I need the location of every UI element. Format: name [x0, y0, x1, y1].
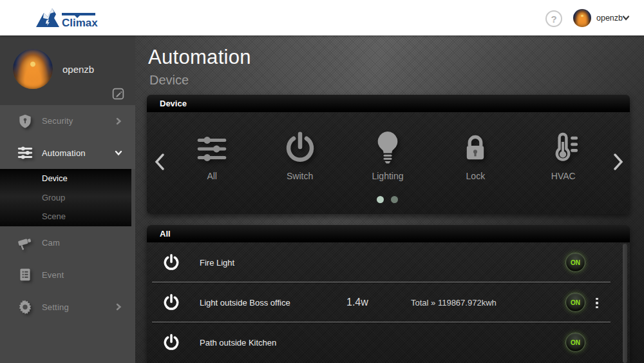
- sidebar-item-label: Security: [42, 116, 73, 126]
- device-name: Light outside Boss office: [200, 282, 290, 322]
- sidebar: openzb Security: [0, 35, 135, 363]
- shield-icon: [17, 113, 33, 130]
- chevron-left-icon[interactable]: [153, 153, 166, 171]
- power-icon: [162, 333, 180, 351]
- chevron-right-icon: [115, 117, 122, 125]
- category-switch[interactable]: Switch: [256, 125, 343, 181]
- category-lighting[interactable]: Lighting: [344, 125, 431, 181]
- sidebar-item-group[interactable]: Group: [0, 188, 131, 208]
- user-avatar-small[interactable]: [573, 9, 591, 27]
- power-icon: [162, 253, 180, 271]
- category-label: All: [207, 171, 217, 181]
- device-total-energy: Total » 119867.972kwh: [411, 282, 497, 322]
- power-toggle-button[interactable]: ON: [565, 333, 585, 352]
- pagination-dot-active[interactable]: [377, 196, 384, 203]
- gear-icon: [17, 299, 33, 315]
- carousel-pagination: [377, 196, 398, 203]
- device-carousel: All Switch: [147, 112, 630, 214]
- lock-icon: [460, 125, 491, 165]
- sidebar-nav-upper: Security Automation: [0, 105, 135, 169]
- sidebar-item-label: Cam: [42, 238, 60, 248]
- device-list: Fire Light ON Light outside Boss office …: [147, 242, 630, 363]
- power-icon: [162, 293, 180, 311]
- category-row: All Switch: [168, 125, 607, 181]
- svg-text:Climax: Climax: [62, 17, 98, 29]
- power-toggle-button[interactable]: ON: [565, 293, 585, 312]
- edit-profile-icon[interactable]: [111, 87, 125, 101]
- category-label: Switch: [287, 171, 313, 181]
- category-label: HVAC: [551, 171, 576, 181]
- event-list-icon: [17, 266, 33, 283]
- category-hvac[interactable]: HVAC: [520, 125, 607, 181]
- sidebar-item-scene[interactable]: Scene: [0, 207, 131, 226]
- power-toggle-button[interactable]: ON: [565, 253, 585, 272]
- bulb-icon: [372, 125, 404, 165]
- topbar: Climax ? openzb: [0, 0, 644, 35]
- category-all[interactable]: All: [168, 125, 256, 181]
- sidebar-item-event[interactable]: Event: [0, 259, 135, 291]
- chevron-down-icon[interactable]: [622, 15, 630, 21]
- sidebar-item-label: Setting: [42, 302, 69, 312]
- device-row: Light outside Boss office 1.4w Total » 1…: [147, 282, 630, 322]
- list-scrollbar[interactable]: [623, 244, 627, 363]
- sidebar-item-label: Automation: [42, 148, 86, 158]
- camera-icon: [17, 234, 33, 251]
- chevron-down-icon: [115, 149, 122, 157]
- main-content: Automation Device Device: [135, 35, 644, 363]
- device-list-panel: All Fire Light ON Light out: [147, 225, 630, 363]
- pagination-dot[interactable]: [391, 196, 398, 203]
- sidebar-username: openzb: [62, 64, 94, 75]
- device-panel-header: Device: [147, 95, 630, 112]
- chevron-right-icon[interactable]: [612, 153, 625, 171]
- sidebar-item-cam[interactable]: Cam: [0, 226, 135, 259]
- category-label: Lighting: [372, 171, 403, 181]
- thermometer-icon: [547, 125, 580, 165]
- sliders-icon: [194, 125, 229, 165]
- topbar-username[interactable]: openzb: [596, 0, 623, 35]
- category-label: Lock: [466, 171, 486, 181]
- kebab-menu-icon[interactable]: [592, 294, 601, 312]
- sidebar-item-setting[interactable]: Setting: [0, 291, 135, 323]
- app-window: Climax ? openzb openzb: [0, 0, 644, 363]
- sidebar-submenu-automation: Device Group Scene: [0, 169, 131, 226]
- device-name: Fire Light: [200, 242, 234, 282]
- sidebar-item-automation[interactable]: Automation: [0, 137, 135, 170]
- category-lock[interactable]: Lock: [431, 125, 519, 181]
- device-category-panel: Device: [147, 95, 630, 214]
- sliders-icon: [17, 144, 33, 161]
- help-icon[interactable]: ?: [545, 10, 562, 27]
- power-icon: [283, 125, 317, 165]
- sidebar-nav-lower: Cam Event Setting: [0, 226, 135, 363]
- user-avatar-large[interactable]: [13, 49, 53, 89]
- chevron-right-icon: [115, 303, 122, 311]
- sidebar-item-device[interactable]: Device: [0, 169, 131, 188]
- sidebar-item-security[interactable]: Security: [0, 105, 135, 137]
- device-power-value: 1.4w: [346, 282, 368, 322]
- sidebar-profile: openzb: [0, 35, 135, 105]
- page-subtitle: Device: [149, 73, 189, 88]
- device-row: Path outside Kitchen ON: [147, 322, 630, 362]
- device-name: Path outside Kitchen: [200, 322, 276, 362]
- list-panel-header: All: [147, 225, 630, 242]
- climax-logo: Climax: [35, 5, 111, 31]
- page-title: Automation: [148, 46, 251, 69]
- sidebar-item-label: Event: [42, 270, 64, 280]
- device-row: Fire Light ON: [147, 242, 630, 282]
